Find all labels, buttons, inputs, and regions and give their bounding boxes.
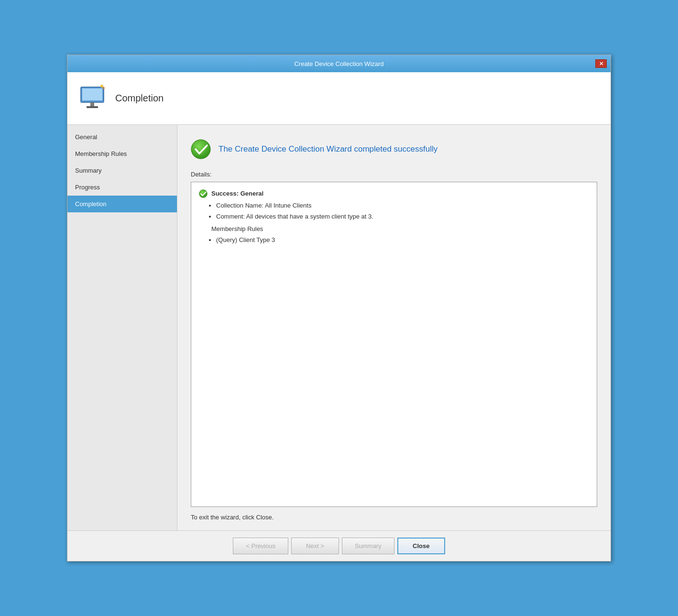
exit-text: To exit the wizard, click Close.: [191, 514, 597, 521]
success-header: The Create Device Collection Wizard comp…: [191, 139, 597, 159]
membership-bullet-1: (Query) Client Type 3: [216, 235, 589, 245]
sidebar-item-summary[interactable]: Summary: [67, 162, 177, 179]
svg-rect-1: [82, 88, 102, 100]
details-general-bullets: Collection Name: All Intune Clients Comm…: [211, 201, 589, 222]
svg-rect-3: [87, 106, 98, 108]
small-check-icon: [199, 189, 208, 198]
success-message: The Create Device Collection Wizard comp…: [219, 144, 437, 154]
main-area: General Membership Rules Summary Progres…: [67, 125, 611, 530]
next-button[interactable]: Next >: [291, 538, 339, 554]
detail-bullet-1: Collection Name: All Intune Clients: [216, 201, 589, 211]
details-success-label: Success: General: [211, 189, 263, 199]
membership-bullets: (Query) Client Type 3: [211, 235, 589, 245]
sidebar-item-general[interactable]: General: [67, 129, 177, 145]
sidebar-item-membership-rules[interactable]: Membership Rules: [67, 145, 177, 162]
header-title: Completion: [115, 93, 164, 104]
summary-button[interactable]: Summary: [342, 538, 394, 554]
footer-area: < Previous Next > Summary Close: [67, 530, 611, 561]
svg-rect-2: [90, 102, 94, 106]
previous-button[interactable]: < Previous: [233, 538, 288, 554]
svg-point-4: [100, 85, 103, 88]
svg-point-5: [103, 87, 105, 89]
sidebar: General Membership Rules Summary Progres…: [67, 125, 177, 530]
wizard-window: Create Device Collection Wizard ✕ Comple…: [67, 55, 611, 561]
close-wizard-button[interactable]: Close: [397, 538, 445, 554]
window-title: Create Device Collection Wizard: [83, 60, 595, 67]
header-area: Completion: [67, 72, 611, 125]
titlebar: Create Device Collection Wizard ✕: [67, 55, 611, 72]
sidebar-item-completion[interactable]: Completion: [67, 196, 177, 212]
detail-bullet-2: Comment: All devices that have a system …: [216, 212, 589, 222]
computer-icon: [77, 83, 108, 114]
membership-section-label: Membership Rules: [211, 224, 589, 234]
success-check-icon: [191, 139, 211, 159]
sidebar-item-progress[interactable]: Progress: [67, 179, 177, 196]
details-success-row: Success: General: [199, 189, 589, 199]
close-button[interactable]: ✕: [595, 59, 607, 68]
svg-point-6: [191, 140, 210, 159]
details-label: Details:: [191, 171, 597, 178]
details-box: Success: General Collection Name: All In…: [191, 182, 597, 507]
content-area: The Create Device Collection Wizard comp…: [177, 125, 611, 530]
